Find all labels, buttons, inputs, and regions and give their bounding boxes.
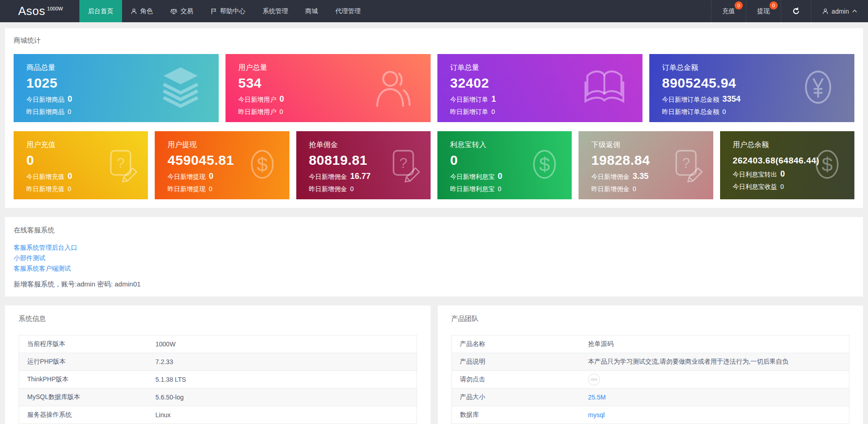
stat-value: 80819.81 xyxy=(309,153,431,168)
row-label: 当前程序版本 xyxy=(19,335,147,353)
person-icon xyxy=(131,8,137,15)
scales-icon xyxy=(170,8,177,15)
service-admin-entry-link[interactable]: 客服系统管理后台入口 xyxy=(14,242,854,253)
mall-statistics-panel: 商城统计 商品总量 1025 今日新增商品0 昨日新增商品0 用户总量 534 … xyxy=(5,28,863,208)
online-service-panel: 在线客服系统 客服系统管理后台入口 小部件测试 客服系统客户端测试 新增客服系统… xyxy=(5,217,863,296)
refresh-icon xyxy=(792,7,800,15)
stat-line2-label: 昨日新增佣金 xyxy=(591,185,629,192)
stat-value: 262403.68(64846.44) xyxy=(733,156,854,166)
system-info-panel: 系统信息 当前程序版本 1000W 运行PHP版本 7.2.33 ThinkPH… xyxy=(5,306,431,424)
service-client-test-link[interactable]: 客服系统客户端测试 xyxy=(14,263,854,274)
menu-item-system[interactable]: 系统管理 xyxy=(254,0,297,22)
brand-logo[interactable]: Asos 1000W xyxy=(0,0,79,22)
stat-title: 用户充值 xyxy=(26,140,148,150)
stat-line2-value: 0 xyxy=(350,185,354,192)
stat-card-products-total: 商品总量 1025 今日新增商品0 昨日新增商品0 xyxy=(14,54,219,122)
stat-line2-value: 0 xyxy=(68,108,71,115)
stat-line1-value: 1 xyxy=(491,94,496,104)
database-link[interactable]: mysql xyxy=(588,411,605,419)
table-row: 产品大小 25.5M xyxy=(451,389,849,406)
row-label: 产品名称 xyxy=(451,335,580,353)
flag-icon xyxy=(211,8,217,15)
system-info-table: 当前程序版本 1000W 运行PHP版本 7.2.33 ThinkPHP版本 5… xyxy=(19,335,417,424)
row-value: 404 xyxy=(580,371,849,389)
stat-line1-label: 今日新增充值 xyxy=(26,173,64,180)
withdraw-button[interactable]: 提现 0 xyxy=(746,0,781,22)
table-row: 当前程序版本 1000W xyxy=(19,335,417,353)
service-links: 客服系统管理后台入口 小部件测试 客服系统客户端测试 xyxy=(14,242,854,274)
menu-item-mall[interactable]: 商城 xyxy=(297,0,327,22)
withdraw-badge: 0 xyxy=(770,1,778,10)
stat-line2-label: 昨日新增订单总金额 xyxy=(662,108,719,115)
row-value: 1000W xyxy=(147,335,417,353)
small-cards-row: 用户充值 0 今日新增充值0 昨日新增充值0 ? 用户提现 459045.81 … xyxy=(14,131,854,199)
table-row: ThinkPHP版本 5.1.38 LTS xyxy=(19,371,417,389)
refresh-button[interactable] xyxy=(781,0,811,22)
brand-name: Asos xyxy=(18,4,45,18)
stat-card-user-total-balance: 用户总余额 262403.68(64846.44) 今日利息宝转出0 今日利息宝… xyxy=(720,131,854,199)
stat-line1-value: 0 xyxy=(68,172,72,181)
stat-line1-value: 0 xyxy=(209,172,213,181)
menu-item-help-center[interactable]: 帮助中心 xyxy=(202,0,254,22)
username: admin xyxy=(832,8,849,15)
row-label: 请勿点击 xyxy=(451,371,580,389)
user-menu[interactable]: admin xyxy=(811,0,868,22)
stat-value: 0 xyxy=(26,153,148,168)
table-row: 产品名称 抢单源码 xyxy=(451,335,849,353)
row-value: mysql xyxy=(580,406,849,424)
menu-item-roles[interactable]: 角色 xyxy=(122,0,162,22)
stat-line1-label: 今日新增提现 xyxy=(167,173,206,180)
stat-line1-value: 0 xyxy=(780,169,785,178)
stat-line1-value: 16.77 xyxy=(350,172,371,181)
stat-line1-value: 3354 xyxy=(722,94,740,104)
recharge-badge: 0 xyxy=(735,1,743,10)
stat-line1-label: 今日新增订单总金额 xyxy=(662,96,719,103)
stat-line2-label: 昨日新增商品 xyxy=(26,108,64,115)
product-size-link[interactable]: 25.5M xyxy=(588,394,606,401)
stat-value: 19828.84 xyxy=(591,153,713,168)
stat-line2-value: 0 xyxy=(280,108,283,115)
stat-line1-label: 今日新增利息宝 xyxy=(450,173,495,180)
row-label: 产品说明 xyxy=(451,353,580,371)
table-row: MySQL数据库版本 5.6.50-log xyxy=(19,389,417,406)
stat-card-order-amount-total: 订单总金额 8905245.94 今日新增订单总金额3354 昨日新增订单总金额… xyxy=(649,54,854,122)
brand-version: 1000W xyxy=(47,6,63,11)
stat-line2-value: 0 xyxy=(209,185,212,192)
product-team-panel: 产品团队 产品名称 抢单源码 产品说明 本产品只为学习测试交流,请勿要做商业或者… xyxy=(438,306,863,424)
stat-line2-value: 0 xyxy=(68,185,71,192)
row-value: 7.2.33 xyxy=(147,353,417,371)
main-menu: 后台首页 角色 交易 帮助中心 系统管理 商城 代理管理 xyxy=(79,0,369,22)
stat-line2-value: 0 xyxy=(780,183,784,190)
panel-title-online-service: 在线客服系统 xyxy=(14,226,854,235)
panel-title-mall-statistics: 商城统计 xyxy=(14,36,854,45)
row-label: 运行PHP版本 xyxy=(19,353,147,371)
stat-line1-label: 今日新增订单 xyxy=(450,96,488,103)
stat-title: 商品总量 xyxy=(26,63,219,73)
stat-line2-label: 昨日新增订单 xyxy=(450,108,488,115)
widget-test-link[interactable]: 小部件测试 xyxy=(14,253,854,263)
stat-line1-label: 今日新增商品 xyxy=(26,96,64,103)
stat-line1-value: 0 xyxy=(498,172,502,181)
stat-card-interest-transfer-in: 利息宝转入 0 今日新增利息宝0 昨日新增利息宝0 $ xyxy=(437,131,572,199)
row-label: 服务器操作系统 xyxy=(19,406,147,424)
stat-line1-value: 0 xyxy=(68,94,72,104)
table-row: 运行PHP版本 7.2.33 xyxy=(19,353,417,371)
menu-item-home[interactable]: 后台首页 xyxy=(79,0,122,22)
menu-item-agent[interactable]: 代理管理 xyxy=(327,0,369,22)
menu-item-trade[interactable]: 交易 xyxy=(162,0,202,22)
stat-card-users-total: 用户总量 534 今日新增用户0 昨日新增用户0 xyxy=(226,54,431,122)
chevron-up-icon xyxy=(852,10,857,13)
row-label: ThinkPHP版本 xyxy=(19,371,147,389)
stat-value: 1025 xyxy=(26,75,219,91)
broken-image-404-badge[interactable]: 404 xyxy=(588,374,600,385)
stat-title: 用户总量 xyxy=(238,63,431,73)
row-value: Linux xyxy=(147,406,417,424)
row-label: MySQL数据库版本 xyxy=(19,389,147,406)
stat-line1-label: 今日新增佣金 xyxy=(309,173,347,180)
bottom-panels: 系统信息 当前程序版本 1000W 运行PHP版本 7.2.33 ThinkPH… xyxy=(5,306,863,424)
table-row: 请勿点击 404 xyxy=(451,371,849,389)
recharge-button[interactable]: 充值 0 xyxy=(711,0,746,22)
row-value: 5.1.38 LTS xyxy=(147,371,417,389)
stat-title: 用户提现 xyxy=(167,140,289,150)
row-value: 5.6.50-log xyxy=(147,389,417,406)
